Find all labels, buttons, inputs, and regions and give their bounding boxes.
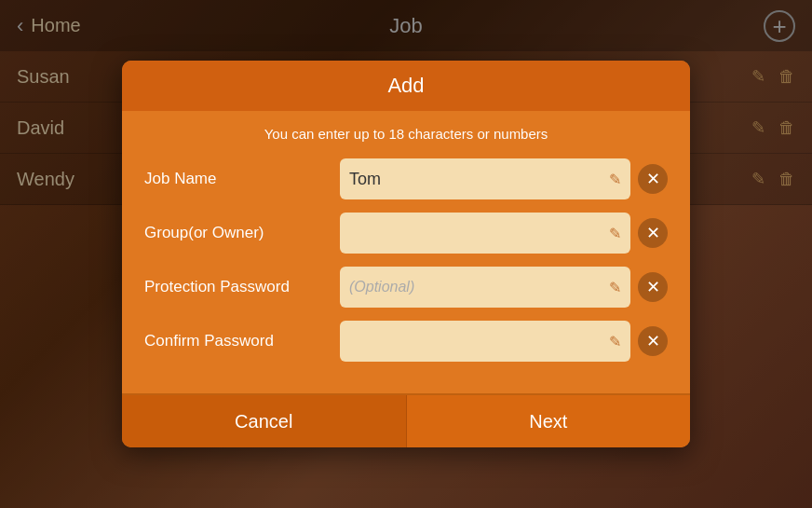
protection-password-row: Protection Password (Optional) ✎ ✕	[144, 267, 668, 308]
protection-password-input-wrap: (Optional) ✎ ✕	[340, 267, 668, 308]
modal-body: You can enter up to 18 characters or num…	[122, 111, 690, 393]
group-owner-clear-button[interactable]: ✕	[638, 218, 668, 248]
job-name-row: Job Name Tom ✎ ✕	[144, 158, 668, 199]
protection-password-input-box[interactable]: (Optional) ✎	[340, 267, 630, 308]
confirm-password-label: Confirm Password	[144, 332, 340, 350]
cancel-button[interactable]: Cancel	[122, 395, 407, 447]
next-label: Next	[529, 411, 567, 432]
background: ‹ Home Job + Susan ✎ 🗑 David ✎ 🗑 Wendy	[0, 0, 812, 508]
group-owner-edit-icon: ✎	[609, 225, 621, 242]
confirm-password-clear-button[interactable]: ✕	[638, 326, 668, 356]
protection-password-edit-icon: ✎	[609, 279, 621, 296]
job-name-clear-button[interactable]: ✕	[638, 164, 668, 194]
protection-password-placeholder: (Optional)	[349, 279, 414, 295]
confirm-password-edit-icon: ✎	[609, 333, 621, 350]
job-name-label: Job Name	[144, 170, 340, 188]
confirm-password-input-wrap: ✎ ✕	[340, 321, 668, 362]
modal-overlay: Add You can enter up to 18 characters or…	[0, 0, 812, 508]
modal-title: Add	[387, 74, 424, 97]
add-dialog: Add You can enter up to 18 characters or…	[122, 61, 690, 447]
confirm-password-row: Confirm Password ✎ ✕	[144, 321, 668, 362]
group-owner-label: Group(or Owner)	[144, 224, 340, 242]
next-button[interactable]: Next	[407, 395, 691, 447]
protection-password-clear-button[interactable]: ✕	[638, 272, 668, 302]
job-name-edit-icon: ✎	[609, 171, 621, 188]
clear-icon: ✕	[646, 225, 660, 241]
job-name-input-wrap: Tom ✎ ✕	[340, 158, 668, 199]
job-name-value: Tom	[349, 170, 381, 189]
modal-hint: You can enter up to 18 characters or num…	[144, 126, 668, 142]
confirm-password-input-box[interactable]: ✎	[340, 321, 630, 362]
clear-icon: ✕	[646, 279, 660, 295]
modal-header: Add	[122, 61, 690, 111]
job-name-input-box[interactable]: Tom ✎	[340, 158, 630, 199]
protection-password-label: Protection Password	[144, 278, 340, 296]
group-owner-input-wrap: ✎ ✕	[340, 213, 668, 254]
modal-footer: Cancel Next	[122, 393, 690, 447]
cancel-label: Cancel	[235, 411, 292, 432]
clear-icon: ✕	[646, 333, 660, 350]
clear-icon: ✕	[646, 171, 660, 187]
group-owner-input-box[interactable]: ✎	[340, 213, 630, 254]
group-owner-row: Group(or Owner) ✎ ✕	[144, 213, 668, 254]
